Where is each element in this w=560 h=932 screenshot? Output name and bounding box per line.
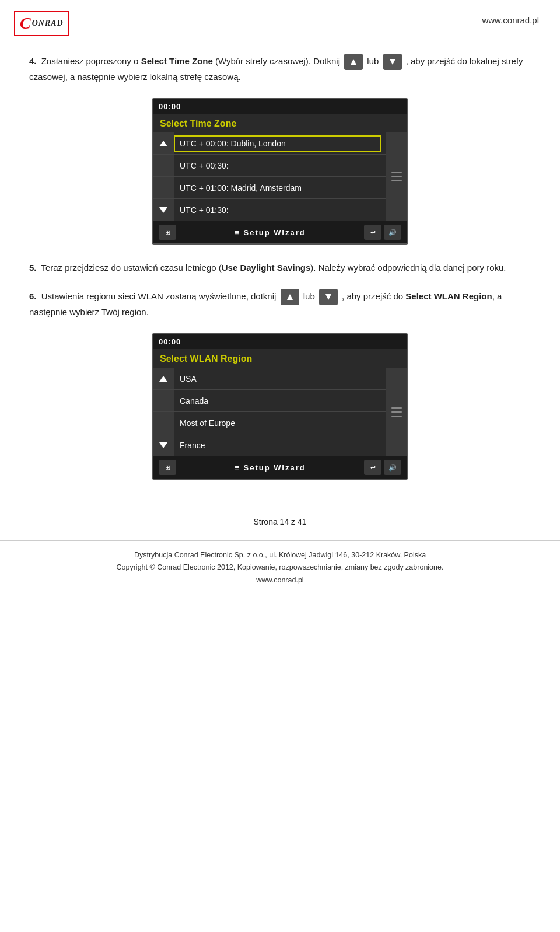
step-4-lub: lub	[367, 56, 381, 66]
screen1-item-3-indent	[153, 177, 174, 198]
down-triangle-icon-2	[159, 442, 167, 448]
screen2-item-3[interactable]: Most of Europe	[153, 412, 386, 434]
step-5-text: 5. Teraz przejdziesz do ustawień czasu l…	[29, 261, 531, 275]
screen2-scrollbar[interactable]	[386, 368, 407, 456]
scrollbar2-line-2	[391, 411, 402, 413]
step-4-text-before: Zostaniesz poproszony o	[41, 56, 141, 66]
step-5-number: 5.	[29, 263, 37, 273]
screen1-item-3[interactable]: UTC + 01:00: Madrid, Amsterdam	[153, 177, 386, 199]
step6-up-arrow-button[interactable]	[281, 289, 299, 305]
screen1-item-2-indent	[153, 155, 174, 176]
screen2-item-3-indent	[153, 412, 174, 434]
screen2-item-4-text: France	[174, 437, 386, 453]
step-5-block: 5. Teraz przejdziesz do ustawień czasu l…	[29, 261, 531, 275]
screen1-scrollbar[interactable]	[386, 132, 407, 221]
screen1-bottombar: ⊞ ≡ Setup Wizard ↩ 🔊	[153, 221, 407, 243]
step-5-text-after: ). Należy wybrać odpowiednią dla danej p…	[310, 263, 506, 273]
footer: Dystrybucja Conrad Electronic Sp. z o.o.…	[0, 546, 560, 594]
select-wlan-region-screen: 00:00 Select WLAN Region USA Canada	[152, 333, 408, 480]
svg-marker-1	[390, 59, 396, 65]
main-content: 4. Zostaniesz poproszony o Select Time Z…	[0, 36, 560, 508]
screen1-item-4-text: UTC + 01:30:	[174, 202, 386, 218]
step-6-text-before: Ustawienia regionu sieci WLAN zostaną wy…	[41, 291, 276, 301]
up-triangle-icon	[159, 141, 167, 146]
down-triangle-icon	[159, 207, 167, 213]
step-5-text-before: Teraz przejdziesz do ustawień czasu letn…	[41, 263, 221, 273]
screen1-title: Select Time Zone	[153, 114, 407, 132]
screen2-item-1-text: USA	[174, 371, 386, 387]
screen2-item-2-text: Canada	[174, 393, 386, 409]
step-6-lub: lub	[303, 291, 317, 301]
screen1-volume-icon[interactable]: 🔊	[384, 225, 401, 240]
up-triangle-icon-2	[159, 376, 167, 382]
screen2-item-3-text: Most of Europe	[174, 415, 386, 431]
screen2-item-4[interactable]: France	[153, 434, 386, 456]
screen2-item-2[interactable]: Canada	[153, 390, 386, 412]
step-4-text-mid1: (Wybór strefy czasowej). Dotknij	[213, 56, 340, 66]
logo-c-letter: C	[20, 14, 31, 33]
svg-marker-3	[326, 294, 331, 300]
footer-line1: Dystrybucja Conrad Electronic Sp. z o.o.…	[18, 549, 542, 561]
screen2-title: Select WLAN Region	[153, 349, 407, 368]
screen2-down-arrow[interactable]	[153, 434, 174, 456]
footer-divider	[0, 540, 560, 541]
step-5-highlight: Use Daylight Savings	[222, 263, 311, 273]
step-6-block: 6. Ustawienia regionu sieci WLAN zostaną…	[29, 289, 531, 319]
footer-line3: www.conrad.pl	[18, 574, 542, 587]
screen2-up-arrow[interactable]	[153, 368, 174, 389]
page-number: Strona 14 z 41	[0, 517, 560, 526]
screen1-down-arrow[interactable]	[153, 199, 174, 221]
logo-text: ONRAD	[32, 19, 64, 28]
svg-marker-0	[351, 59, 356, 65]
svg-marker-2	[287, 294, 293, 300]
scrollbar-line-1	[391, 172, 402, 173]
screen2-bottom-label: ≡ Setup Wizard	[178, 463, 362, 472]
screen2-item-2-indent	[153, 390, 174, 411]
logo: C ONRAD	[14, 11, 69, 36]
screen1-rows: UTC + 00:00: Dublin, London UTC + 00:30:…	[153, 132, 386, 221]
step-6-highlight: Select WLAN Region	[405, 291, 492, 301]
screen2-volume-icon[interactable]: 🔊	[384, 460, 401, 475]
screen2-item-1[interactable]: USA	[153, 368, 386, 390]
up-arrow-button[interactable]	[344, 54, 363, 70]
screen1-item-4[interactable]: UTC + 01:30:	[153, 199, 386, 221]
screen1-grid-icon[interactable]: ⊞	[159, 225, 176, 240]
screen2-back-icon[interactable]: ↩	[364, 460, 382, 475]
step-4-number: 4.	[29, 56, 37, 66]
scrollbar-line-3	[391, 180, 402, 181]
screen1-item-2-text: UTC + 00:30:	[174, 158, 386, 174]
screen1-item-3-text: UTC + 01:00: Madrid, Amsterdam	[174, 180, 386, 196]
step-4-highlight1: Select Time Zone	[141, 56, 213, 66]
screen2-list-area: USA Canada Most of Europe France	[153, 368, 407, 456]
page-header: C ONRAD www.conrad.pl	[0, 0, 560, 36]
screen1-back-icon[interactable]: ↩	[364, 225, 382, 240]
logo-box: C ONRAD	[14, 11, 69, 36]
screen1-item-1-text: UTC + 00:00: Dublin, London	[174, 135, 382, 152]
screen1-item-1[interactable]: UTC + 00:00: Dublin, London	[153, 132, 386, 155]
footer-line2: Copyright © Conrad Electronic 2012, Kopi…	[18, 561, 542, 574]
select-time-zone-screen: 00:00 Select Time Zone UTC + 00:00: Dubl…	[152, 98, 408, 245]
down-arrow-button[interactable]	[383, 54, 402, 70]
scrollbar2-line-1	[391, 407, 402, 409]
step-4-text: 4. Zostaniesz poproszony o Select Time Z…	[29, 54, 531, 84]
screen2-bottombar: ⊞ ≡ Setup Wizard ↩ 🔊	[153, 456, 407, 479]
screen2-grid-icon[interactable]: ⊞	[159, 460, 176, 475]
screen2-rows: USA Canada Most of Europe France	[153, 368, 386, 456]
screen1-up-arrow[interactable]	[153, 132, 174, 154]
step-6-text-after: , aby przejść do	[342, 291, 405, 301]
step6-down-arrow-button[interactable]	[319, 289, 338, 305]
screen1-item-2[interactable]: UTC + 00:30:	[153, 155, 386, 177]
screen2-topbar: 00:00	[153, 334, 407, 349]
scrollbar-line-2	[391, 176, 402, 177]
screen1-list-area: UTC + 00:00: Dublin, London UTC + 00:30:…	[153, 132, 407, 221]
website-url: www.conrad.pl	[482, 11, 539, 25]
step-6-text: 6. Ustawienia regionu sieci WLAN zostaną…	[29, 289, 531, 319]
scrollbar2-line-3	[391, 416, 402, 417]
step-4-block: 4. Zostaniesz poproszony o Select Time Z…	[29, 54, 531, 84]
screen1-bottom-label: ≡ Setup Wizard	[178, 228, 362, 237]
step-6-number: 6.	[29, 291, 37, 301]
screen1-topbar: 00:00	[153, 99, 407, 114]
